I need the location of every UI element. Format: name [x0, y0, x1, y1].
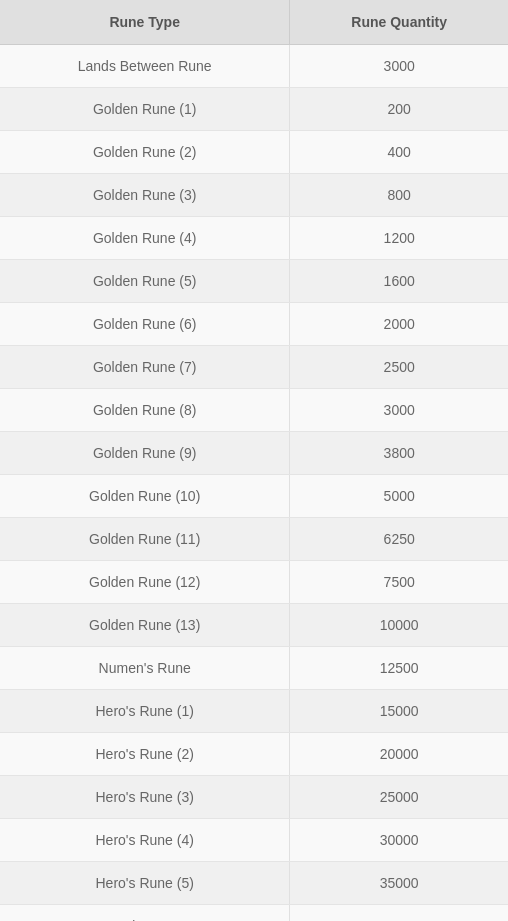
rune-type-cell: Golden Rune (5): [0, 260, 290, 303]
rune-type-cell: Hero's Rune (2): [0, 733, 290, 776]
rune-type-cell: Golden Rune (4): [0, 217, 290, 260]
col-header-rune-type: Rune Type: [0, 0, 290, 45]
rune-type-cell: Golden Rune (7): [0, 346, 290, 389]
rune-quantity-cell: 5000: [290, 475, 508, 518]
rune-type-cell: Golden Rune (2): [0, 131, 290, 174]
rune-quantity-cell: 30000: [290, 819, 508, 862]
rune-quantity-cell: 2000: [290, 303, 508, 346]
table-row: Golden Rune (8)3000: [0, 389, 508, 432]
rune-quantity-cell: 800: [290, 174, 508, 217]
rune-quantity-cell: 2500: [290, 346, 508, 389]
table-row: Lord's Rune50000: [0, 905, 508, 922]
rune-type-cell: Golden Rune (10): [0, 475, 290, 518]
rune-quantity-cell: 50000: [290, 905, 508, 922]
table-row: Golden Rune (5)1600: [0, 260, 508, 303]
rune-quantity-cell: 25000: [290, 776, 508, 819]
table-row: Golden Rune (1)200: [0, 88, 508, 131]
table-row: Golden Rune (9)3800: [0, 432, 508, 475]
rune-quantity-cell: 15000: [290, 690, 508, 733]
rune-quantity-cell: 3800: [290, 432, 508, 475]
rune-quantity-cell: 20000: [290, 733, 508, 776]
rune-type-cell: Hero's Rune (5): [0, 862, 290, 905]
rune-type-cell: Golden Rune (1): [0, 88, 290, 131]
rune-quantity-cell: 1200: [290, 217, 508, 260]
rune-type-cell: Golden Rune (13): [0, 604, 290, 647]
rune-quantity-cell: 200: [290, 88, 508, 131]
rune-type-cell: Golden Rune (3): [0, 174, 290, 217]
rune-table: Rune Type Rune Quantity Lands Between Ru…: [0, 0, 508, 921]
table-row: Golden Rune (2)400: [0, 131, 508, 174]
rune-type-cell: Hero's Rune (4): [0, 819, 290, 862]
rune-type-cell: Golden Rune (12): [0, 561, 290, 604]
rune-quantity-cell: 3000: [290, 45, 508, 88]
rune-type-cell: Hero's Rune (1): [0, 690, 290, 733]
table-row: Golden Rune (12)7500: [0, 561, 508, 604]
table-header-row: Rune Type Rune Quantity: [0, 0, 508, 45]
col-header-rune-quantity: Rune Quantity: [290, 0, 508, 45]
rune-quantity-cell: 400: [290, 131, 508, 174]
rune-type-cell: Hero's Rune (3): [0, 776, 290, 819]
rune-table-container: Rune Type Rune Quantity Lands Between Ru…: [0, 0, 508, 921]
table-row: Hero's Rune (4)30000: [0, 819, 508, 862]
rune-type-cell: Lord's Rune: [0, 905, 290, 922]
table-row: Golden Rune (11)6250: [0, 518, 508, 561]
table-row: Golden Rune (13)10000: [0, 604, 508, 647]
rune-quantity-cell: 7500: [290, 561, 508, 604]
rune-type-cell: Golden Rune (11): [0, 518, 290, 561]
table-row: Hero's Rune (3)25000: [0, 776, 508, 819]
table-row: Golden Rune (6)2000: [0, 303, 508, 346]
table-row: Lands Between Rune3000: [0, 45, 508, 88]
rune-quantity-cell: 10000: [290, 604, 508, 647]
rune-quantity-cell: 1600: [290, 260, 508, 303]
rune-quantity-cell: 3000: [290, 389, 508, 432]
rune-quantity-cell: 35000: [290, 862, 508, 905]
table-row: Golden Rune (4)1200: [0, 217, 508, 260]
table-row: Golden Rune (3)800: [0, 174, 508, 217]
table-row: Hero's Rune (2)20000: [0, 733, 508, 776]
table-row: Hero's Rune (1)15000: [0, 690, 508, 733]
rune-quantity-cell: 12500: [290, 647, 508, 690]
rune-type-cell: Lands Between Rune: [0, 45, 290, 88]
rune-type-cell: Golden Rune (6): [0, 303, 290, 346]
rune-type-cell: Golden Rune (9): [0, 432, 290, 475]
table-row: Golden Rune (10)5000: [0, 475, 508, 518]
table-row: Golden Rune (7)2500: [0, 346, 508, 389]
rune-quantity-cell: 6250: [290, 518, 508, 561]
table-row: Numen's Rune12500: [0, 647, 508, 690]
rune-type-cell: Numen's Rune: [0, 647, 290, 690]
rune-type-cell: Golden Rune (8): [0, 389, 290, 432]
table-row: Hero's Rune (5)35000: [0, 862, 508, 905]
